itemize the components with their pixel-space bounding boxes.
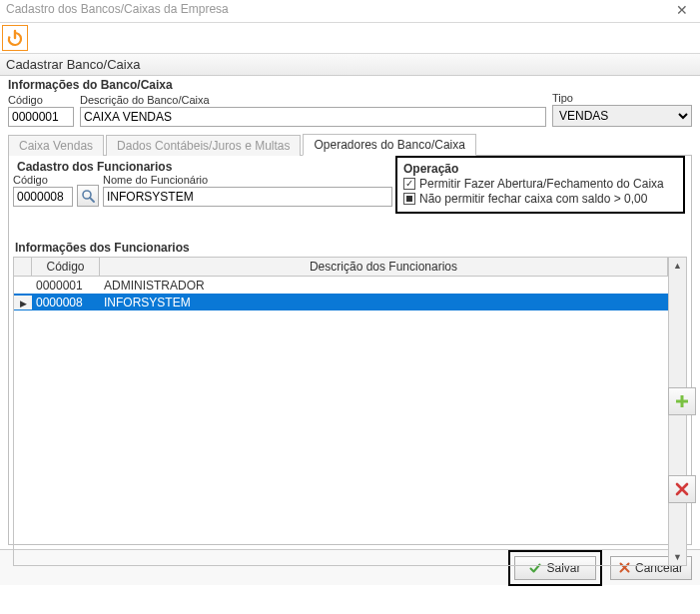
scroll-up-icon[interactable]: ▲ <box>669 258 686 274</box>
codigo-input[interactable] <box>8 107 74 127</box>
plus-icon <box>674 393 690 409</box>
delete-button[interactable] <box>668 475 696 503</box>
checkbox-nao-permitir[interactable] <box>403 193 415 205</box>
grid-title: Informações dos Funcionarios <box>15 241 687 255</box>
descricao-label: Descrição do Banco/Caixa <box>80 94 546 106</box>
func-nome-label: Nome do Funcionário <box>103 174 392 186</box>
svg-line-3 <box>90 198 94 202</box>
operacao-box: Operação Permitir Fazer Abertura/Fechame… <box>395 156 685 214</box>
operacao-title: Operação <box>403 162 677 176</box>
tab-dados-contabeis[interactable]: Dados Contábeis/Juros e Multas <box>106 135 301 156</box>
table-row[interactable]: 0000001 ADMINISTRADOR <box>14 277 668 294</box>
x-icon <box>675 482 689 496</box>
permitir-label: Permitir Fazer Abertura/Fechamento do Ca… <box>419 177 664 191</box>
table-row[interactable]: 0000008 INFORSYSTEM <box>14 294 668 310</box>
func-nome-input[interactable] <box>103 187 392 207</box>
grid-header: Código Descrição dos Funcionarios <box>14 258 668 277</box>
lookup-button[interactable] <box>77 185 99 207</box>
group-info-banco: Informações do Banco/Caixa <box>8 78 696 92</box>
func-codigo-input[interactable] <box>13 187 73 207</box>
tab-caixa-vendas[interactable]: Caixa Vendas <box>8 135 104 156</box>
section-cadastrar: Cadastrar Banco/Caixa <box>0 54 700 76</box>
funcionarios-grid: Código Descrição dos Funcionarios 000000… <box>13 257 687 566</box>
tab-operadores[interactable]: Operadores do Banco/Caixa <box>303 134 475 156</box>
svg-rect-5 <box>676 400 688 403</box>
descricao-input[interactable] <box>80 107 546 127</box>
func-codigo-label: Código <box>13 174 73 186</box>
nao-permitir-label: Não permitir fechar caixa com saldo > 0,… <box>419 192 647 206</box>
close-icon[interactable]: ✕ <box>670 2 694 18</box>
tipo-select[interactable]: VENDAS <box>552 105 692 127</box>
add-button[interactable] <box>668 387 696 415</box>
power-icon <box>6 29 24 47</box>
power-button[interactable] <box>2 25 28 51</box>
tipo-label: Tipo <box>552 92 692 104</box>
window-title: Cadastro dos Bancos/Caixas da Empresa <box>6 2 229 16</box>
checkbox-permitir[interactable] <box>403 178 415 190</box>
search-icon <box>81 189 95 203</box>
col-codigo[interactable]: Código <box>32 258 100 276</box>
codigo-label: Código <box>8 94 74 106</box>
col-descricao[interactable]: Descrição dos Funcionarios <box>100 258 668 276</box>
